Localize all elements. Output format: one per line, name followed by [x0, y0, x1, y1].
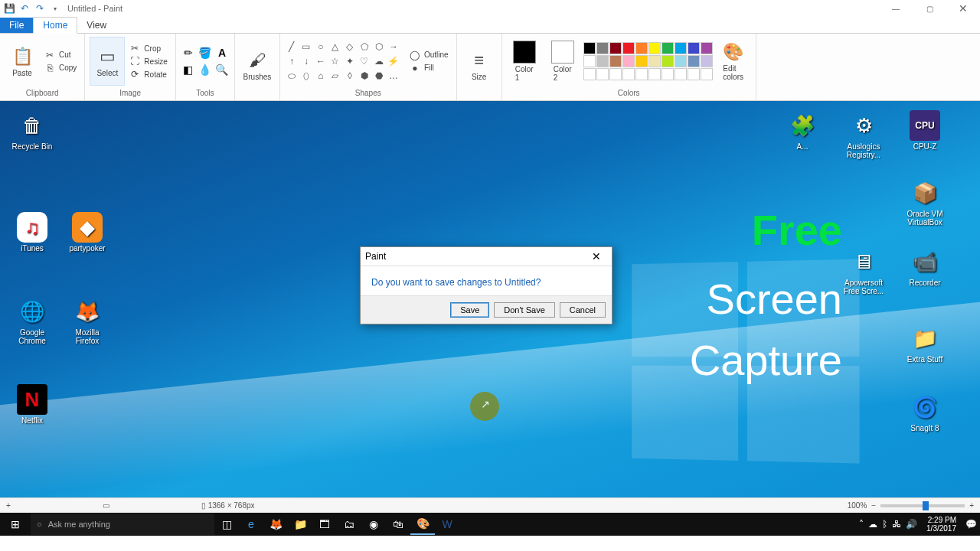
canvas-area[interactable]: 🗑Recycle Bin ♫iTunes ◆partypoker 🌐Google… [0, 101, 980, 497]
fill-tool[interactable]: 🪣 [198, 45, 213, 60]
palette-color[interactable] [609, 42, 622, 54]
copy-button[interactable]: ⎘Copy [43, 62, 80, 74]
desktop-icon-partypoker[interactable]: ◆partypoker [63, 212, 112, 253]
picker-tool[interactable]: 💧 [198, 62, 213, 77]
palette-color[interactable] [635, 42, 648, 54]
color2-button[interactable]: Color 2 [545, 37, 580, 86]
palette-color[interactable] [635, 55, 648, 67]
palette-color[interactable] [688, 42, 700, 54]
tray-notifications-icon[interactable]: 💬 [965, 519, 977, 530]
zoom-out-button[interactable]: − [871, 501, 876, 510]
desktop-icon-firefox[interactable]: 🦊Mozilla Firefox [63, 296, 112, 345]
desktop-icon-apowersoft[interactable]: 🖥Apowersoft Free Scre... [839, 246, 888, 295]
dialog-dont-save-button[interactable]: Don't Save [494, 302, 554, 318]
palette-color[interactable] [609, 55, 622, 67]
zoom-slider[interactable] [880, 504, 965, 507]
taskbar-explorer[interactable]: 📁 [288, 514, 312, 535]
palette-color[interactable] [635, 68, 648, 80]
palette-color[interactable] [675, 55, 687, 67]
tray-expand-icon[interactable]: ˄ [859, 519, 864, 530]
palette-color[interactable] [609, 68, 622, 80]
palette-color[interactable] [583, 42, 596, 54]
desktop-icon-extra-stuff[interactable]: 📁Extra Stuff [900, 323, 949, 364]
taskbar-ie[interactable]: e [239, 514, 263, 535]
dialog-close-button[interactable]: ✕ [586, 250, 607, 262]
color1-button[interactable]: Color 1 [507, 37, 542, 86]
palette-color[interactable] [662, 55, 674, 67]
tray-volume-icon[interactable]: 🔊 [906, 519, 917, 530]
desktop-icon-netflix[interactable]: NNetflix [8, 384, 57, 425]
palette-color[interactable] [622, 68, 635, 80]
taskbar-search[interactable]: ○Ask me anything [31, 514, 214, 535]
tray-network-icon[interactable]: 🖧 [892, 519, 901, 530]
edit-colors-button[interactable]: 🎨Edit colors [716, 37, 751, 86]
rotate-button[interactable]: ⟳Rotate [128, 68, 171, 80]
palette-color[interactable] [701, 42, 713, 54]
brushes-button[interactable]: 🖌Brushes [240, 41, 275, 90]
palette-color[interactable] [675, 42, 687, 54]
palette-color[interactable] [675, 68, 687, 80]
taskbar-word[interactable]: W [435, 514, 459, 535]
desktop-icon-unknown[interactable]: 🧩A... [778, 110, 827, 151]
desktop-icon-cpuz[interactable]: CPUCPU-Z [900, 110, 949, 151]
palette-color[interactable] [662, 42, 674, 54]
palette-color[interactable] [701, 68, 713, 80]
palette-color[interactable] [596, 55, 609, 67]
select-button[interactable]: ▭Select [90, 37, 125, 86]
desktop-icon-itunes[interactable]: ♫iTunes [8, 212, 57, 253]
tab-view[interactable]: View [77, 18, 116, 33]
desktop-icon-recycle-bin[interactable]: 🗑Recycle Bin [8, 110, 57, 151]
zoom-in-button[interactable]: + [969, 501, 974, 510]
start-button[interactable]: ⊞ [0, 518, 31, 530]
task-view-button[interactable]: ◫ [214, 514, 239, 535]
eraser-tool[interactable]: ◧ [181, 62, 196, 77]
desktop-icon-virtualbox[interactable]: 📦Oracle VM VirtualBox [900, 178, 949, 227]
palette-color[interactable] [648, 68, 661, 80]
minimize-button[interactable]: — [879, 0, 913, 17]
palette-color[interactable] [596, 42, 609, 54]
color-palette[interactable] [583, 42, 713, 80]
magnifier-tool[interactable]: 🔍 [214, 62, 230, 77]
undo-icon[interactable]: ↶ [18, 2, 31, 15]
shape-fill-button[interactable]: ●Fill [408, 62, 452, 74]
shapes-gallery[interactable]: ╱▭○△◇⬠⬡→ ↑↓←☆✦♡☁⚡ ⬭⬯⌂▱◊⬢⬣… [285, 40, 400, 83]
palette-color[interactable] [688, 68, 700, 80]
palette-color[interactable] [701, 55, 713, 67]
taskbar-clock[interactable]: 2:29 PM1/3/2017 [922, 516, 961, 533]
tray-onedrive-icon[interactable]: ☁ [868, 519, 877, 530]
save-icon[interactable]: 💾 [3, 2, 15, 15]
tray-bluetooth-icon[interactable]: ᛒ [882, 519, 887, 530]
palette-color[interactable] [596, 68, 609, 80]
taskbar-app1[interactable]: 🗔 [312, 514, 337, 535]
palette-color[interactable] [583, 55, 596, 67]
tab-file[interactable]: File [0, 18, 33, 33]
tab-home[interactable]: Home [33, 17, 77, 34]
desktop-icon-chrome[interactable]: 🌐Google Chrome [8, 296, 57, 345]
crop-button[interactable]: ✂Crop [128, 42, 171, 54]
palette-color[interactable] [688, 55, 700, 67]
size-button[interactable]: ≡Size [462, 41, 497, 90]
dialog-cancel-button[interactable]: Cancel [560, 302, 606, 318]
palette-color[interactable] [648, 42, 661, 54]
paste-button[interactable]: 📋Paste [5, 37, 40, 86]
shape-outline-button[interactable]: ◯Outline [408, 49, 452, 61]
pencil-tool[interactable]: ✏ [181, 45, 196, 60]
text-tool[interactable]: A [214, 45, 230, 60]
taskbar-store[interactable]: 🛍 [386, 514, 410, 535]
palette-color[interactable] [622, 42, 635, 54]
cut-button[interactable]: ✂Cut [43, 49, 80, 61]
redo-icon[interactable]: ↷ [34, 2, 46, 15]
taskbar-firefox[interactable]: 🦊 [263, 514, 288, 535]
palette-color[interactable] [662, 68, 674, 80]
palette-color[interactable] [648, 55, 661, 67]
desktop-icon-auslogics[interactable]: ⚙Auslogics Registry... [839, 110, 888, 159]
dialog-save-button[interactable]: Save [450, 302, 489, 318]
maximize-button[interactable]: ▢ [913, 0, 946, 17]
close-button[interactable]: ✕ [946, 0, 980, 17]
taskbar-app2[interactable]: 🗂 [337, 514, 361, 535]
qat-dropdown-icon[interactable]: ▾ [49, 2, 61, 15]
desktop-icon-recorder[interactable]: 📹Recorder [900, 246, 949, 287]
taskbar-steam[interactable]: ◉ [361, 514, 386, 535]
palette-color[interactable] [583, 68, 596, 80]
desktop-icon-snagit[interactable]: 🌀SnagIt 8 [900, 392, 949, 432]
